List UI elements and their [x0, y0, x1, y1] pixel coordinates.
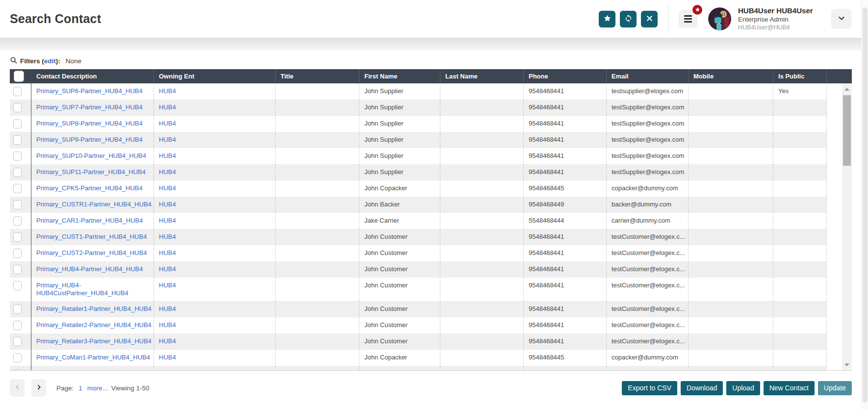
page-label: Page:: [56, 384, 74, 392]
column-header-phone[interactable]: Phone: [523, 69, 606, 83]
row-checkbox[interactable]: [13, 337, 22, 346]
is-public-cell: [773, 333, 826, 350]
next-page-button[interactable]: [31, 379, 46, 397]
more-pages-link[interactable]: more...: [87, 384, 108, 392]
row-checkbox[interactable]: [13, 232, 22, 242]
filters-edit-link[interactable]: edit: [44, 57, 56, 65]
row-checkbox[interactable]: [13, 168, 22, 177]
owning-ent-link[interactable]: HUB4: [159, 103, 176, 111]
table-scrollbar-thumb[interactable]: [843, 95, 851, 166]
contact-description-link[interactable]: Primary_Retailer2-Partner_HUB4_HUB4: [36, 321, 152, 329]
column-header-first-name[interactable]: First Name: [359, 69, 440, 83]
column-header-owning-ent[interactable]: Owning Ent: [153, 69, 275, 83]
new-contact-button[interactable]: New Contact: [764, 381, 815, 395]
export-to-csv-button[interactable]: Export to CSV: [622, 381, 677, 395]
row-checkbox[interactable]: [13, 200, 22, 209]
owning-ent-link[interactable]: HUB4: [159, 168, 176, 176]
contact-description-link[interactable]: Primary_SUP6-Partner_HUB4_HUB4: [36, 87, 143, 95]
column-header-email[interactable]: Email: [606, 69, 688, 83]
contact-description-link[interactable]: Primary_CUSTR1-Partner_HUB4_HUB4: [36, 201, 152, 208]
row-checkbox[interactable]: [13, 135, 22, 145]
scroll-down-button[interactable]: [842, 361, 852, 368]
row-checkbox[interactable]: [13, 103, 22, 112]
contact-description-link[interactable]: Primary_SUP11-Partner_HUB4_HUB4: [36, 168, 146, 176]
scroll-up-button[interactable]: [842, 86, 852, 93]
row-checkbox[interactable]: [13, 265, 22, 274]
owning-ent-link[interactable]: HUB4: [159, 184, 176, 192]
owning-ent-link[interactable]: HUB4: [159, 87, 176, 95]
page-scrollbar-thumb[interactable]: [863, 7, 868, 403]
contact-description-link[interactable]: Primary_SUP8-Partner_HUB4_HUB4: [36, 120, 143, 127]
contact-description-link[interactable]: Primary_SUP10-Partner_HUB4_HUB4: [36, 152, 146, 159]
owning-ent-link[interactable]: HUB4: [159, 354, 176, 361]
is-public-cell: [773, 164, 826, 180]
row-checkbox[interactable]: [13, 87, 22, 96]
owning-ent-link[interactable]: HUB4: [159, 217, 176, 224]
row-checkbox[interactable]: [13, 119, 22, 128]
contact-description-link[interactable]: Primary_HUB4-HUB4CustPartner_HUB4_HUB4: [36, 281, 128, 297]
row-checkbox[interactable]: [13, 369, 22, 371]
row-checkbox[interactable]: [13, 184, 22, 193]
first-name-cell: John Supplier: [359, 100, 440, 116]
download-button[interactable]: Download: [681, 381, 723, 395]
refresh-button[interactable]: [620, 11, 637, 27]
page-number-link[interactable]: 1: [78, 384, 82, 392]
column-header-title[interactable]: Title: [275, 69, 359, 83]
contact-description-cell: Primary_SUP9-Partner_HUB4_HUB4: [31, 132, 153, 148]
row-checkbox[interactable]: [13, 321, 22, 330]
row-checkbox[interactable]: [13, 216, 22, 226]
is-public-cell: [773, 180, 826, 197]
owning-ent-link[interactable]: HUB4: [159, 337, 176, 345]
owning-ent-link[interactable]: HUB4: [159, 249, 176, 256]
close-button[interactable]: [641, 11, 658, 27]
favorite-button[interactable]: [599, 11, 615, 27]
column-header-contact-description[interactable]: Contact Description: [31, 69, 153, 83]
phone-cell: [523, 366, 606, 371]
email-cell: [606, 366, 688, 371]
user-menu-expand-button[interactable]: [831, 9, 851, 29]
row-checkbox[interactable]: [13, 305, 22, 314]
contact-description-link[interactable]: Primary_CPK5-Partner_HUB4_HUB4: [36, 184, 143, 192]
owning-ent-link[interactable]: HUB4: [159, 305, 176, 312]
row-checkbox[interactable]: [13, 281, 22, 290]
is-public-cell: [773, 100, 826, 116]
owning-ent-link[interactable]: HUB4: [159, 265, 176, 273]
previous-page-button[interactable]: [10, 379, 25, 397]
row-checkbox-cell: [10, 366, 31, 371]
row-checkbox[interactable]: [13, 353, 22, 362]
contact-description-link[interactable]: Primary_Retailer1-Partner_HUB4_HUB4: [36, 305, 152, 312]
user-name: HUB4User HUB4User: [738, 6, 825, 15]
table-row: [10, 366, 842, 371]
contact-description-link[interactable]: Primary_CoMan1-Partner_HUB4_HUB4: [36, 354, 150, 361]
table-row: Primary_HUB4-HUB4CustPartner_HUB4_HUB4 H…: [10, 278, 842, 301]
column-header-is-public[interactable]: Is Public: [773, 69, 826, 83]
hamburger-icon: [684, 15, 692, 23]
row-checkbox[interactable]: [13, 249, 22, 258]
table-row: Primary_SUP8-Partner_HUB4_HUB4 HUB4 John…: [10, 116, 842, 132]
owning-ent-link[interactable]: HUB4: [159, 201, 176, 208]
update-button[interactable]: Update: [818, 381, 852, 395]
column-header-last-name[interactable]: Last Name: [440, 69, 523, 83]
select-all-checkbox[interactable]: [14, 71, 24, 82]
owning-ent-link[interactable]: HUB4: [159, 152, 176, 159]
contact-description-link[interactable]: Primary_CUST2-Partner_HUB4_HUB4: [36, 249, 147, 256]
filler-cell: [826, 180, 842, 197]
upload-button[interactable]: Upload: [726, 381, 760, 395]
owning-ent-link[interactable]: HUB4: [159, 321, 176, 329]
owning-ent-link[interactable]: HUB4: [159, 120, 176, 127]
row-checkbox[interactable]: [13, 152, 22, 161]
contact-description-link[interactable]: Primary_Retailer3-Partner_HUB4_HUB4: [36, 337, 152, 345]
contact-description-link[interactable]: Primary_SUP7-Partner_HUB4_HUB4: [36, 103, 143, 111]
column-header-mobile[interactable]: Mobile: [688, 69, 773, 83]
contact-description-link[interactable]: Primary_CAR1-Partner_HUB4_HUB4: [36, 217, 143, 224]
owning-ent-link[interactable]: HUB4: [159, 233, 176, 240]
contact-description-link[interactable]: Primary_CUST1-Partner_HUB4_HUB4: [36, 233, 147, 240]
contact-description-link[interactable]: Primary_HUB4-Partner_HUB4_HUB4: [36, 265, 143, 273]
contact-description-link[interactable]: Primary_SUP9-Partner_HUB4_HUB4: [36, 136, 143, 143]
owning-ent-link[interactable]: HUB4: [159, 281, 176, 289]
search-icon: [10, 56, 20, 65]
triangle-down-icon: [844, 363, 849, 366]
contact-description-cell: Primary_HUB4-Partner_HUB4_HUB4: [31, 261, 153, 278]
owning-ent-link[interactable]: HUB4: [159, 136, 176, 143]
filler-cell: [826, 148, 842, 164]
